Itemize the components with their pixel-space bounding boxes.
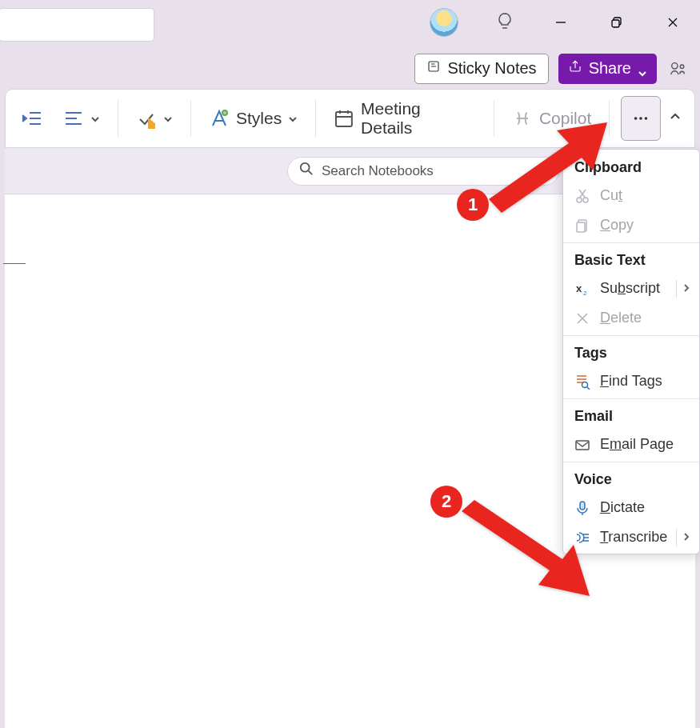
activity-button[interactable] <box>666 58 689 80</box>
lightbulb-icon[interactable] <box>495 11 514 34</box>
svg-line-24 <box>309 171 313 175</box>
close-button[interactable] <box>663 13 682 32</box>
share-icon <box>568 59 582 78</box>
styles-label: Styles <box>236 109 282 128</box>
chevron-down-icon <box>288 109 298 128</box>
search-or-title-input[interactable] <box>0 8 154 42</box>
collapse-ribbon-button[interactable] <box>669 110 682 126</box>
svg-point-15 <box>222 110 227 115</box>
search-placeholder: Search Notebooks <box>322 163 434 179</box>
share-label: Share <box>589 59 631 78</box>
svg-point-7 <box>680 64 684 68</box>
sticky-notes-button[interactable]: Sticky Notes <box>414 54 548 84</box>
maximize-button[interactable] <box>607 13 626 32</box>
svg-point-38 <box>582 382 588 387</box>
annotation-badge-2: 2 <box>430 486 462 518</box>
svg-line-39 <box>587 387 590 390</box>
chevron-right-icon <box>682 529 691 546</box>
more-button[interactable] <box>621 96 661 141</box>
chevron-down-icon <box>163 109 173 128</box>
svg-rect-40 <box>576 441 589 450</box>
chevron-right-icon <box>682 280 691 297</box>
indent-button[interactable] <box>15 103 49 134</box>
sticky-notes-label: Sticky Notes <box>447 59 536 78</box>
section-tags: Tags <box>563 338 699 366</box>
styles-button[interactable]: Styles <box>202 103 304 134</box>
svg-marker-46 <box>462 500 590 596</box>
svg-rect-30 <box>577 222 585 232</box>
section-voice: Voice <box>563 465 699 493</box>
annotation-arrow-2 <box>455 498 591 606</box>
section-basic-text: Basic Text <box>563 246 699 274</box>
chevron-down-icon <box>638 64 647 74</box>
svg-point-6 <box>672 62 678 68</box>
svg-marker-14 <box>149 119 154 129</box>
annotation-arrow-1 <box>481 121 609 220</box>
meeting-details-button[interactable]: Meeting Details <box>327 94 482 142</box>
align-button[interactable] <box>57 103 106 134</box>
tags-button[interactable] <box>130 103 179 134</box>
svg-text:2: 2 <box>583 290 587 297</box>
delete-item: Delete <box>563 303 699 333</box>
minimize-button[interactable] <box>551 13 570 32</box>
note-icon <box>426 59 441 78</box>
svg-point-22 <box>645 117 648 120</box>
svg-point-23 <box>301 163 310 172</box>
svg-marker-45 <box>489 122 607 213</box>
subscript-item[interactable]: x2 Subscript <box>563 274 699 303</box>
annotation-badge-1: 1 <box>457 189 489 221</box>
svg-text:x: x <box>576 282 582 294</box>
svg-point-20 <box>634 117 638 120</box>
find-tags-item[interactable]: Find Tags <box>563 366 699 396</box>
svg-rect-16 <box>336 112 352 126</box>
share-button[interactable]: Share <box>558 54 657 84</box>
svg-rect-2 <box>612 20 619 27</box>
meeting-details-label: Meeting Details <box>361 99 476 138</box>
email-page-item[interactable]: Email Page <box>563 430 699 459</box>
search-icon <box>299 162 314 180</box>
avatar[interactable] <box>430 8 458 37</box>
svg-point-21 <box>639 117 642 120</box>
section-email: Email <box>563 402 699 430</box>
chevron-down-icon <box>90 109 100 128</box>
